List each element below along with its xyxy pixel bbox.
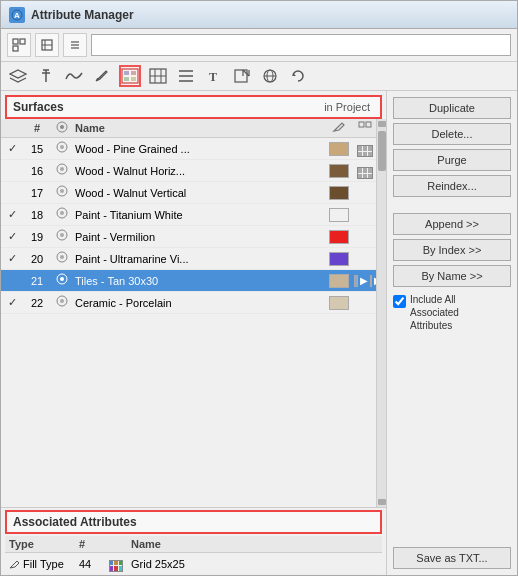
assoc-table-row[interactable]: Fill Type 44 Grid 25x25 bbox=[5, 553, 382, 575]
table-row[interactable]: ✓ 15 Wood - Pine Grained ... bbox=[1, 138, 376, 160]
svg-line-29 bbox=[243, 70, 249, 76]
row-num: 21 bbox=[23, 275, 51, 287]
scroll-thumb[interactable] bbox=[378, 131, 386, 171]
row-check: ✓ bbox=[1, 252, 23, 265]
include-all-container: Include AllAssociatedAttributes bbox=[393, 291, 511, 334]
row-num: 17 bbox=[23, 187, 51, 199]
reindex-button[interactable]: Reindex... bbox=[393, 175, 511, 197]
row-icon bbox=[51, 295, 73, 310]
svg-text:A: A bbox=[14, 11, 20, 20]
search-input[interactable] bbox=[91, 34, 511, 56]
associated-attributes-table: Type # Name Fill Type 44 bbox=[5, 536, 382, 575]
table-row[interactable]: ✓ 18 Paint - Titanium White bbox=[1, 204, 376, 226]
assoc-type: Fill Type bbox=[9, 558, 79, 570]
row-name: Wood - Walnut Horiz... bbox=[73, 165, 324, 177]
surfaces-label: Surfaces bbox=[13, 100, 64, 114]
swatch-color bbox=[329, 296, 349, 310]
row-check: ✓ bbox=[1, 142, 23, 155]
toolbar-btn-3[interactable] bbox=[63, 33, 87, 57]
assoc-icon bbox=[109, 555, 131, 572]
grid-icon[interactable] bbox=[147, 65, 169, 87]
header-extra bbox=[354, 121, 376, 135]
header-edit bbox=[324, 121, 354, 135]
swatch-color bbox=[329, 142, 349, 156]
attribute-manager-window: A Attribute Manager bbox=[0, 0, 518, 576]
right-panel: Duplicate Delete... Purge Reindex... App… bbox=[387, 91, 517, 575]
save-as-txt-button[interactable]: Save as TXT... bbox=[393, 547, 511, 569]
by-name-button[interactable]: By Name >> bbox=[393, 265, 511, 287]
by-index-button[interactable]: By Index >> bbox=[393, 239, 511, 261]
row-num: 19 bbox=[23, 231, 51, 243]
assoc-header-type: Type bbox=[9, 538, 79, 550]
purge-button[interactable]: Purge bbox=[393, 149, 511, 171]
table-scrollbar[interactable] bbox=[376, 119, 386, 507]
assoc-header-name: Name bbox=[131, 538, 378, 550]
associated-attributes-header: Associated Attributes bbox=[5, 510, 382, 534]
include-all-label: Include AllAssociatedAttributes bbox=[410, 293, 459, 332]
text-icon[interactable]: T bbox=[203, 65, 225, 87]
layers-icon[interactable] bbox=[7, 65, 29, 87]
export-icon[interactable] bbox=[231, 65, 253, 87]
delete-button[interactable]: Delete... bbox=[393, 123, 511, 145]
duplicate-button[interactable]: Duplicate bbox=[393, 97, 511, 119]
row-icon bbox=[51, 141, 73, 156]
main-area: Surfaces in Project # Name bbox=[1, 91, 517, 575]
surfaces-table-area: # Name ✓ bbox=[1, 119, 386, 507]
row-name: Paint - Titanium White bbox=[73, 209, 324, 221]
table-row[interactable]: ✓ 19 Paint - Vermilion bbox=[1, 226, 376, 248]
svg-point-45 bbox=[60, 189, 64, 193]
row-icon bbox=[51, 163, 73, 178]
svg-point-55 bbox=[60, 299, 64, 303]
table-row[interactable]: ✓ 20 Paint - Ultramarine Vi... bbox=[1, 248, 376, 270]
window-title: Attribute Manager bbox=[31, 8, 134, 22]
icon-toolbar: T bbox=[1, 62, 517, 91]
row-extra-selected: ▶ ▶ bbox=[354, 275, 376, 287]
svg-point-43 bbox=[60, 167, 64, 171]
append-button[interactable]: Append >> bbox=[393, 213, 511, 235]
left-panel: Surfaces in Project # Name bbox=[1, 91, 387, 575]
app-icon: A bbox=[9, 7, 25, 23]
in-project-label: in Project bbox=[324, 101, 374, 113]
assoc-table-header: Type # Name bbox=[5, 536, 382, 553]
table-row[interactable]: 16 Wood - Walnut Horiz... bbox=[1, 160, 376, 182]
row-icon bbox=[51, 229, 73, 244]
svg-point-53 bbox=[60, 277, 64, 281]
svg-point-47 bbox=[60, 211, 64, 215]
row-swatch bbox=[324, 230, 354, 244]
lines-icon[interactable] bbox=[175, 65, 197, 87]
svg-rect-4 bbox=[13, 46, 18, 51]
refresh-icon[interactable] bbox=[287, 65, 309, 87]
top-toolbar bbox=[1, 29, 517, 62]
globe-icon[interactable] bbox=[259, 65, 281, 87]
svg-point-49 bbox=[60, 233, 64, 237]
header-icon bbox=[51, 121, 73, 135]
table-row-selected[interactable]: 21 Tiles - Tan 30x30 bbox=[1, 270, 376, 292]
texture-active-icon[interactable] bbox=[119, 65, 141, 87]
table-row[interactable]: 17 Wood - Walnut Vertical bbox=[1, 182, 376, 204]
wave-icon[interactable] bbox=[63, 65, 85, 87]
row-icon bbox=[51, 251, 73, 266]
include-all-checkbox[interactable] bbox=[393, 295, 406, 308]
svg-rect-18 bbox=[124, 77, 129, 81]
svg-point-41 bbox=[60, 145, 64, 149]
toolbar-btn-1[interactable] bbox=[7, 33, 31, 57]
swatch-color bbox=[329, 230, 349, 244]
row-icon bbox=[51, 185, 73, 200]
row-swatch bbox=[324, 164, 354, 178]
svg-rect-16 bbox=[124, 71, 129, 75]
row-swatch bbox=[324, 252, 354, 266]
row-swatch bbox=[324, 296, 354, 310]
row-check: ✓ bbox=[1, 208, 23, 221]
row-swatch bbox=[324, 274, 354, 288]
row-name: Paint - Vermilion bbox=[73, 231, 324, 243]
row-check: ✓ bbox=[1, 230, 23, 243]
pencil-icon[interactable] bbox=[91, 65, 113, 87]
svg-rect-17 bbox=[131, 71, 136, 75]
swatch-color bbox=[329, 252, 349, 266]
table-row[interactable]: ✓ 22 Ceramic - Porcelain bbox=[1, 292, 376, 314]
row-icon bbox=[51, 207, 73, 222]
row-num: 16 bbox=[23, 165, 51, 177]
row-extra bbox=[354, 140, 376, 158]
toolbar-btn-2[interactable] bbox=[35, 33, 59, 57]
pin-icon[interactable] bbox=[35, 65, 57, 87]
